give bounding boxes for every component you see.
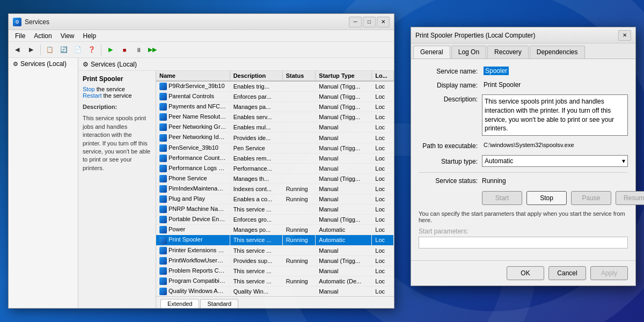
tab-recovery[interactable]: Recovery bbox=[487, 46, 529, 58]
tab-standard[interactable]: Standard bbox=[200, 299, 238, 308]
cell-status bbox=[282, 92, 316, 102]
table-row[interactable]: Quality Windows Audio Vid...Quality Win.… bbox=[156, 286, 394, 296]
properties-button[interactable]: 📋 bbox=[43, 43, 56, 56]
cell-log: Loc bbox=[372, 173, 394, 184]
props-close-button[interactable]: ✕ bbox=[618, 30, 631, 41]
cell-status bbox=[282, 122, 316, 133]
service-name-selected[interactable]: Spooler bbox=[484, 67, 509, 75]
start-button[interactable]: Start bbox=[482, 191, 522, 205]
ok-button[interactable]: OK bbox=[507, 266, 544, 280]
services-icon: ⚙ bbox=[13, 18, 21, 26]
table-row[interactable]: Peer Name Resolution Proto...Enables ser… bbox=[156, 112, 394, 122]
back-button[interactable]: ◀ bbox=[11, 43, 24, 56]
cell-status bbox=[282, 286, 316, 296]
start-params-label: Start parameters: bbox=[419, 228, 628, 235]
restart-button-toolbar[interactable]: ▶▶ bbox=[146, 43, 159, 56]
table-row[interactable]: Performance Logs & AlertsPerformance...M… bbox=[156, 163, 394, 173]
col-startup[interactable]: Startup Type bbox=[316, 71, 372, 81]
cell-startup: Manual bbox=[316, 133, 372, 143]
start-params-section: You can specify the start parameters tha… bbox=[419, 210, 628, 248]
forward-button[interactable]: ▶ bbox=[25, 43, 38, 56]
table-row[interactable]: PimIndexMaintenanceSvc_3...Indexes cont.… bbox=[156, 184, 394, 194]
cell-startup: Manual bbox=[316, 122, 372, 133]
menu-view[interactable]: View bbox=[56, 31, 79, 41]
cell-status: Running bbox=[282, 225, 316, 235]
nav-services-local[interactable]: ⚙ Services (Local) bbox=[9, 58, 78, 70]
export-button[interactable]: 📄 bbox=[71, 43, 84, 56]
cell-log: Loc bbox=[372, 276, 394, 286]
tab-dependencies[interactable]: Dependencies bbox=[530, 46, 585, 58]
cell-startup: Manual (Trigg... bbox=[316, 112, 372, 122]
table-row[interactable]: Plug and PlayEnables a co...RunningManua… bbox=[156, 194, 394, 204]
pause-button-toolbar[interactable]: ⏸ bbox=[132, 43, 145, 56]
menu-help[interactable]: Help bbox=[79, 31, 101, 41]
col-name[interactable]: Name bbox=[156, 71, 230, 81]
cell-desc: Enables a co... bbox=[230, 194, 282, 204]
maximize-button[interactable]: □ bbox=[363, 17, 376, 27]
table-row[interactable]: Portable Device Enumerator ...Enforces g… bbox=[156, 215, 394, 225]
startup-label: Startup type: bbox=[419, 157, 478, 165]
table-row[interactable]: Performance Counter DLL H...Enables rem.… bbox=[156, 153, 394, 163]
path-value: C:\windows\System32\spoolsv.exe bbox=[482, 141, 628, 149]
menu-file[interactable]: File bbox=[11, 31, 30, 41]
stop-button[interactable]: Stop bbox=[526, 191, 567, 205]
cell-desc: Provides ide... bbox=[230, 133, 282, 143]
restart-service-link[interactable]: Restart bbox=[83, 92, 101, 99]
tab-extended[interactable]: Extended bbox=[160, 299, 199, 308]
col-status[interactable]: Status bbox=[282, 71, 316, 81]
description-value[interactable]: This service spools print jobs and handl… bbox=[482, 94, 628, 136]
table-row[interactable]: PenService_39b10Pen ServiceManual (Trigg… bbox=[156, 143, 394, 153]
divider-1 bbox=[419, 172, 628, 173]
cell-name: Quality Windows Audio Vid... bbox=[156, 286, 230, 296]
pause-button[interactable]: Pause bbox=[571, 191, 611, 205]
tab-logon[interactable]: Log On bbox=[451, 46, 486, 58]
table-row[interactable]: Parental ControlsEnforces par...Manual (… bbox=[156, 92, 394, 102]
apply-button[interactable]: Apply bbox=[590, 266, 628, 280]
cell-desc: Performance... bbox=[230, 163, 282, 173]
cell-desc: This service ... bbox=[230, 276, 282, 286]
cell-status bbox=[282, 81, 316, 92]
cell-name: Print Spooler bbox=[156, 235, 230, 245]
table-row[interactable]: Peer Networking Identity M...Provides id… bbox=[156, 133, 394, 143]
cell-desc: Manages th... bbox=[230, 173, 282, 184]
table-row[interactable]: Printer Extensions and Notifi...This ser… bbox=[156, 245, 394, 255]
table-row[interactable]: Problem Reports Control Pa...This servic… bbox=[156, 266, 394, 276]
refresh-button[interactable]: 🔄 bbox=[57, 43, 70, 56]
description-label: Description: bbox=[419, 94, 478, 103]
close-button[interactable]: ✕ bbox=[377, 17, 390, 27]
menu-action[interactable]: Action bbox=[30, 31, 56, 41]
tab-general[interactable]: General bbox=[413, 46, 450, 58]
services-table-wrap: Name Description Status Startup Type Lo.… bbox=[156, 71, 394, 308]
cancel-button[interactable]: Cancel bbox=[548, 266, 586, 280]
start-params-input[interactable] bbox=[419, 237, 628, 248]
table-row[interactable]: Phone ServiceManages th...Manual (Trigg.… bbox=[156, 173, 394, 184]
cell-status bbox=[282, 215, 316, 225]
table-row[interactable]: PNRP Machine Name Public...This service … bbox=[156, 204, 394, 215]
cell-log: Loc bbox=[372, 112, 394, 122]
props-window-title: Print Spooler Properties (Local Computer… bbox=[415, 32, 535, 39]
cell-desc: This service ... bbox=[230, 204, 282, 215]
table-row[interactable]: Payments and NFC/SE Mana...Manages pa...… bbox=[156, 102, 394, 112]
minimize-button[interactable]: ─ bbox=[349, 17, 362, 27]
title-bar-left: ⚙ Services bbox=[13, 18, 49, 26]
play-button[interactable]: ▶ bbox=[104, 43, 117, 56]
table-row[interactable]: PrintWorkflowUserSvc_39b10Provides sup..… bbox=[156, 255, 394, 266]
stop-service-link[interactable]: Stop bbox=[83, 86, 95, 92]
cell-status: Running bbox=[282, 184, 316, 194]
table-row[interactable]: P9RdrService_39b10Enables trig...Manual … bbox=[156, 81, 394, 92]
cell-log: Loc bbox=[372, 153, 394, 163]
resume-button[interactable]: Resume bbox=[616, 191, 644, 205]
cell-log: Loc bbox=[372, 122, 394, 133]
col-log[interactable]: Lo... bbox=[372, 71, 394, 81]
startup-select[interactable]: Automatic ▾ bbox=[482, 155, 628, 167]
table-row[interactable]: Peer Networking GroupingEnables mul...Ma… bbox=[156, 122, 394, 133]
col-description[interactable]: Description bbox=[230, 71, 282, 81]
services-table-scroll[interactable]: Name Description Status Startup Type Lo.… bbox=[156, 71, 394, 296]
stop-button-toolbar[interactable]: ■ bbox=[118, 43, 131, 56]
help-button[interactable]: ❓ bbox=[85, 43, 98, 56]
table-row[interactable]: Print SpoolerThis service ...RunningAuto… bbox=[156, 235, 394, 245]
cell-status bbox=[282, 163, 316, 173]
cell-name: Problem Reports Control Pa... bbox=[156, 266, 230, 276]
table-row[interactable]: Program Compatibility Assi...This servic… bbox=[156, 276, 394, 286]
table-row[interactable]: PowerManages po...RunningAutomaticLoc bbox=[156, 225, 394, 235]
